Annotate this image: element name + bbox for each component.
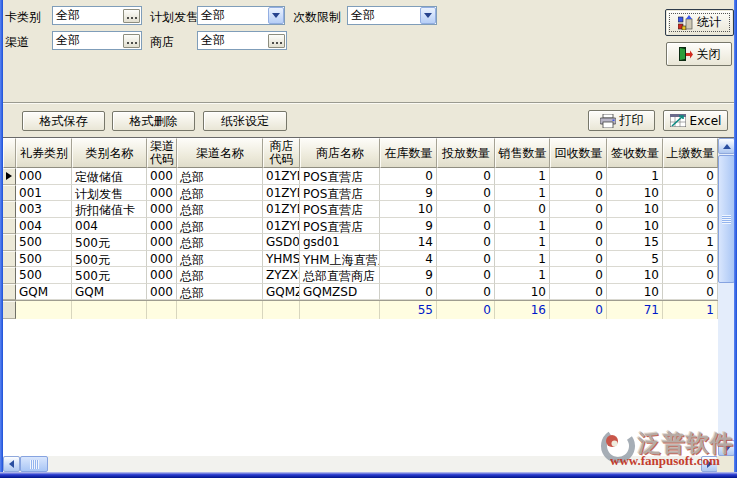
column-header-9[interactable]: 回收数量 [550,138,607,168]
cell: 003 [16,201,72,218]
plan-sale-value: 全部 [198,7,268,24]
table-row[interactable]: 001计划发售000总部01ZYDPOS直营店9010100 [3,185,735,202]
column-header-6[interactable]: 在库数量 [380,138,437,168]
cell: 0 [550,168,607,185]
format-save-button[interactable]: 格式保存 [22,111,105,131]
column-header-4[interactable]: 商店代码 [263,138,300,168]
cell: 10 [607,284,663,301]
cell: 0 [380,168,437,185]
cell: 0 [437,267,495,284]
stats-button[interactable]: 统计 [665,9,734,36]
cell: 0 [550,201,607,218]
table-row[interactable]: 004004000总部01ZYDPOS直营店9010100 [3,218,735,235]
table-row[interactable]: 000定做储值000总部01ZYDPOS直营店001010 [3,168,735,185]
scroll-up-button[interactable] [718,138,735,154]
times-limit-label: 次数限制 [293,9,341,26]
cell: 0 [550,218,607,235]
arrow-left-icon [9,460,14,468]
cell: 9 [380,185,437,202]
horizontal-scrollbar[interactable] [3,456,718,472]
cell: 总部 [177,201,263,218]
cell: 15 [607,234,663,251]
paper-setting-button[interactable]: 纸张设定 [203,111,287,131]
vertical-scrollbar[interactable] [718,138,735,456]
arrow-up-icon [723,144,731,149]
close-button[interactable]: 关闭 [666,42,732,66]
times-limit-combo[interactable]: 全部 [347,6,437,25]
cell: 1 [495,168,550,185]
scroll-down-button[interactable] [718,440,735,456]
cell: 000 [147,218,177,235]
grid-summary-row: 550160711 [3,300,735,319]
scroll-left-button[interactable] [3,456,20,472]
table-row[interactable]: GQMGQM000总部GQMZSDGQMZSD00100100 [3,284,735,301]
column-header-0[interactable]: 礼券类别 [16,138,72,168]
card-type-field[interactable]: 全部 [52,6,142,25]
row-selector[interactable] [3,168,16,185]
cell: 总部 [177,284,263,301]
horizontal-scroll-thumb[interactable] [20,456,48,472]
column-header-2[interactable]: 渠道代码 [147,138,177,168]
table-row[interactable]: 003折扣储值卡000总部01ZYDPOS直营店10000100 [3,201,735,218]
cell: POS直营店 [300,185,380,202]
channel-ellipsis-icon[interactable] [123,34,140,48]
format-save-label: 格式保存 [40,113,88,130]
cell: 5 [607,251,663,268]
print-button[interactable]: 打印 [588,110,655,131]
print-icon [600,114,616,128]
row-selector[interactable] [3,284,16,301]
shop-label: 商店 [150,34,174,51]
times-limit-dropdown-icon[interactable] [420,7,436,24]
cell: 折扣储值卡 [72,201,147,218]
cell: 10 [380,201,437,218]
plan-sale-combo[interactable]: 全部 [197,6,285,25]
row-selector[interactable] [3,267,16,284]
row-selector[interactable] [3,251,16,268]
table-row[interactable]: 500500元000总部YHMSD1YHM上海直营店401050 [3,251,735,268]
plan-sale-dropdown-icon[interactable] [268,7,284,24]
cell: 10 [607,185,663,202]
cell: 4 [380,251,437,268]
cell: 9 [380,218,437,235]
format-delete-button[interactable]: 格式删除 [112,111,195,131]
table-row[interactable]: 500500元000总部ZYZXSD总部直营商店9010100 [3,267,735,284]
vertical-scroll-thumb[interactable] [718,155,735,283]
row-selector[interactable] [3,185,16,202]
column-header-7[interactable]: 投放数量 [437,138,495,168]
row-selector[interactable] [3,218,16,235]
cell: GSD01 [263,234,300,251]
cell: 000 [147,267,177,284]
cell: POS直营店 [300,168,380,185]
table-row[interactable]: 500500元000总部GSD01gsd0114010151 [3,234,735,251]
shop-ellipsis-icon[interactable] [268,34,285,48]
cell: YHM上海直营店 [300,251,380,268]
cell: POS直营店 [300,201,380,218]
voucher-stats-grid: 礼券类别类别名称渠道代码渠道名称商店代码商店名称在库数量投放数量销售数量回收数量… [2,137,736,473]
cell: 0 [380,284,437,301]
channel-field[interactable]: 全部 [52,31,142,50]
cell: 0 [663,251,718,268]
shop-field[interactable]: 全部 [197,31,287,50]
stats-button-label: 统计 [697,14,721,31]
row-selector[interactable] [3,201,16,218]
window-border-left [0,0,3,478]
panel-divider [3,102,734,104]
print-button-label: 打印 [620,112,644,129]
excel-button[interactable]: Excel [663,110,728,131]
column-header-11[interactable]: 上缴数量 [663,138,718,168]
summary-selector-cell [3,301,16,319]
arrow-right-icon [707,460,712,468]
column-header-8[interactable]: 销售数量 [495,138,550,168]
column-header-1[interactable]: 类别名称 [72,138,147,168]
report-window: 卡类别 全部 计划发售 全部 次数限制 全部 渠道 全部 商店 全部 统计 [0,0,737,478]
summary-cell [72,301,147,319]
column-header-10[interactable]: 签收数量 [607,138,663,168]
summary-cell: 16 [495,301,550,319]
column-header-5[interactable]: 商店名称 [300,138,380,168]
row-selector[interactable] [3,234,16,251]
scroll-right-button[interactable] [701,456,718,472]
card-type-ellipsis-icon[interactable] [123,9,140,23]
column-header-3[interactable]: 渠道名称 [177,138,263,168]
cell: ZYZXSD [263,267,300,284]
cell: 001 [16,185,72,202]
